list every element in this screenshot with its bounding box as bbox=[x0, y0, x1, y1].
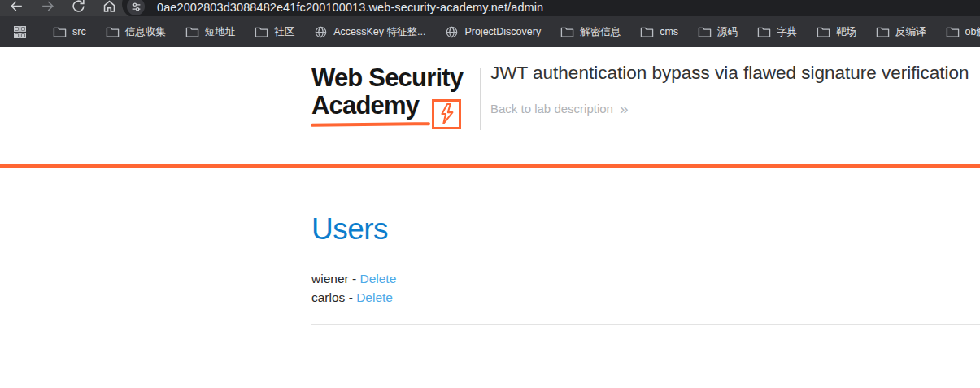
folder-icon bbox=[106, 26, 120, 38]
folder-icon bbox=[640, 26, 654, 38]
bookmark-item[interactable]: 解密信息 bbox=[557, 23, 624, 41]
browser-window: 0ae2002803d3088482e41fc200100013.web-sec… bbox=[0, 0, 980, 388]
globe-icon bbox=[314, 26, 328, 38]
logo-underline bbox=[311, 122, 430, 127]
bookmark-item[interactable]: 信息收集 bbox=[102, 23, 169, 41]
home-icon[interactable] bbox=[102, 0, 117, 14]
academy-logo-line2[interactable]: Academy bbox=[311, 91, 419, 120]
user-row: carlos - Delete bbox=[311, 288, 396, 307]
delete-user-link[interactable]: Delete bbox=[356, 290, 393, 304]
lightning-bolt-icon bbox=[432, 99, 461, 129]
folder-icon bbox=[698, 26, 712, 38]
bookmark-label: 字典 bbox=[777, 25, 797, 39]
folder-icon bbox=[817, 26, 830, 38]
bookmark-label: 解密信息 bbox=[580, 25, 621, 39]
user-row: wiener - Delete bbox=[311, 269, 396, 288]
users-heading: Users bbox=[311, 212, 388, 246]
url-text[interactable]: 0ae2002803d3088482e41fc200100013.web-sec… bbox=[157, 0, 543, 15]
bookmarks-divider bbox=[37, 25, 37, 39]
section-divider bbox=[311, 324, 980, 325]
chevron-right-icon: » bbox=[620, 102, 629, 115]
bookmark-label: AccessKey 特征整... bbox=[333, 25, 425, 39]
user-separator: - bbox=[345, 290, 356, 304]
apps-grid-icon[interactable] bbox=[13, 25, 27, 39]
folder-icon bbox=[560, 26, 574, 38]
folder-icon bbox=[53, 26, 67, 38]
bookmark-item[interactable]: cms bbox=[637, 24, 682, 41]
bookmark-label: ob解密 bbox=[965, 25, 980, 39]
user-list: wiener - Delete carlos - Delete bbox=[311, 269, 396, 307]
bookmark-item[interactable]: ProjectDiscovery bbox=[442, 24, 544, 41]
reload-icon[interactable] bbox=[71, 0, 86, 14]
user-name: carlos bbox=[311, 290, 345, 304]
bookmarks-bar: src 信息收集 短地址 社区 bbox=[0, 16, 980, 47]
header-divider bbox=[480, 68, 481, 130]
page-content: Web Security Academy JWT authentication … bbox=[0, 47, 980, 388]
globe-icon bbox=[445, 26, 459, 38]
bookmark-label: src bbox=[72, 26, 86, 37]
folder-icon bbox=[876, 26, 890, 38]
bookmark-item[interactable]: 反编译 bbox=[873, 23, 930, 41]
bookmark-label: 源码 bbox=[717, 25, 738, 39]
back-to-lab-link[interactable]: Back to lab description » bbox=[490, 102, 629, 116]
bookmark-item[interactable]: AccessKey 特征整... bbox=[311, 23, 429, 41]
bookmark-item[interactable]: src bbox=[50, 24, 89, 41]
bookmark-label: 信息收集 bbox=[125, 25, 166, 39]
bookmark-item[interactable]: 短地址 bbox=[182, 23, 239, 41]
bookmark-label: ProjectDiscovery bbox=[464, 26, 541, 37]
folder-icon bbox=[757, 26, 771, 38]
folder-icon bbox=[185, 26, 199, 38]
forward-icon[interactable] bbox=[40, 0, 55, 14]
delete-user-link[interactable]: Delete bbox=[359, 272, 396, 286]
user-separator: - bbox=[349, 272, 360, 286]
bookmark-label: 靶场 bbox=[836, 25, 856, 39]
bookmark-item[interactable]: 字典 bbox=[754, 23, 800, 41]
bookmark-item[interactable]: 靶场 bbox=[813, 23, 860, 41]
bookmark-label: 短地址 bbox=[205, 25, 236, 39]
academy-logo[interactable]: Web Security bbox=[311, 63, 463, 93]
bookmarks-list: src 信息收集 短地址 社区 bbox=[50, 23, 980, 41]
bookmark-label: 反编译 bbox=[895, 25, 926, 39]
lab-title: JWT authentication bypass via flawed sig… bbox=[490, 63, 969, 84]
bookmark-label: cms bbox=[660, 26, 678, 37]
folder-icon bbox=[255, 26, 268, 38]
bookmark-item[interactable]: 社区 bbox=[251, 23, 298, 41]
back-icon[interactable] bbox=[9, 0, 24, 14]
browser-toolbar: 0ae2002803d3088482e41fc200100013.web-sec… bbox=[0, 0, 980, 16]
bookmark-label: 社区 bbox=[274, 25, 294, 39]
folder-icon bbox=[946, 26, 960, 38]
bookmark-item[interactable]: 源码 bbox=[695, 23, 741, 41]
bookmark-item[interactable]: ob解密 bbox=[943, 23, 980, 41]
user-name: wiener bbox=[311, 272, 349, 286]
back-link-label: Back to lab description bbox=[490, 102, 613, 116]
accent-rule bbox=[0, 164, 980, 168]
